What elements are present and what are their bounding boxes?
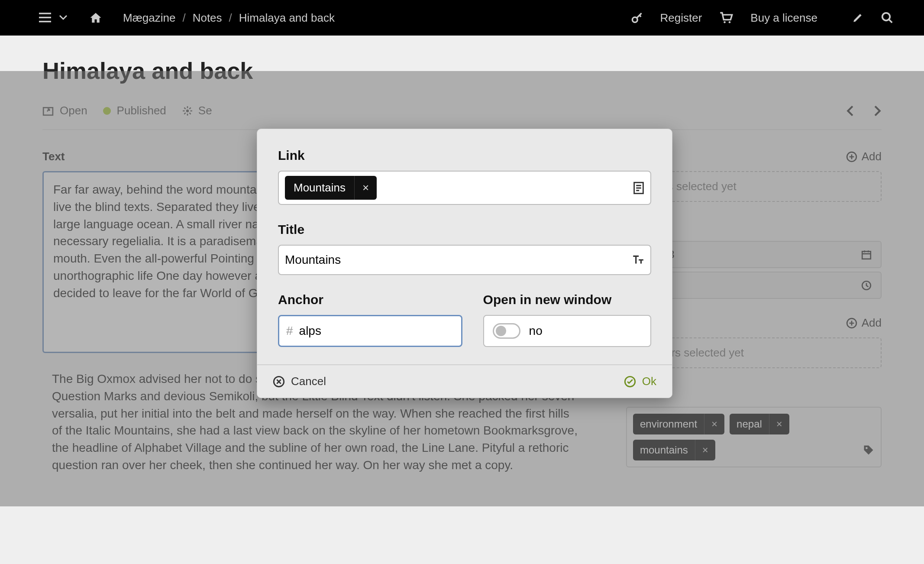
- ok-button[interactable]: Ok: [624, 375, 656, 388]
- search-icon[interactable]: [881, 11, 894, 24]
- anchor-label: Anchor: [278, 292, 462, 307]
- link-dialog: Link Mountains × Title An: [257, 129, 672, 398]
- chevron-down-icon[interactable]: [59, 15, 68, 21]
- svg-rect-0: [39, 13, 51, 14]
- svg-rect-2: [39, 21, 51, 23]
- anchor-field[interactable]: #: [278, 315, 462, 347]
- cart-icon[interactable]: [719, 12, 733, 24]
- link-label: Link: [278, 148, 651, 163]
- svg-rect-1: [39, 17, 51, 19]
- breadcrumb-item[interactable]: Himalaya and back: [239, 11, 335, 25]
- home-icon[interactable]: [89, 12, 102, 24]
- svg-point-5: [729, 21, 731, 23]
- title-label: Title: [278, 222, 651, 237]
- link-chip-remove-icon[interactable]: ×: [354, 176, 377, 200]
- newwin-field[interactable]: no: [483, 315, 651, 347]
- breadcrumb-sep: /: [229, 11, 232, 25]
- edit-icon[interactable]: [852, 12, 863, 23]
- topbar: Mægazine / Notes / Himalaya and back Reg…: [0, 0, 924, 36]
- newwin-label: Open in new window: [483, 292, 651, 307]
- register-link[interactable]: Register: [660, 11, 702, 25]
- page-icon[interactable]: [633, 182, 644, 194]
- key-icon[interactable]: [631, 12, 643, 24]
- breadcrumb-item[interactable]: Mægazine: [123, 11, 175, 25]
- title-field[interactable]: [278, 245, 651, 275]
- toggle-switch[interactable]: [493, 323, 520, 339]
- link-field[interactable]: Mountains ×: [278, 171, 651, 205]
- toggle-value: no: [529, 324, 543, 338]
- anchor-input[interactable]: [299, 324, 454, 338]
- breadcrumb-sep: /: [182, 11, 185, 25]
- svg-point-6: [882, 13, 890, 21]
- buy-license-link[interactable]: Buy a license: [750, 11, 817, 25]
- title-input[interactable]: [285, 253, 631, 267]
- cancel-button[interactable]: Cancel: [273, 375, 326, 388]
- hash-prefix: #: [286, 324, 293, 338]
- breadcrumb: Mægazine / Notes / Himalaya and back: [123, 11, 335, 25]
- link-chip: Mountains ×: [285, 176, 377, 200]
- breadcrumb-item[interactable]: Notes: [193, 11, 222, 25]
- menu-icon[interactable]: [39, 13, 51, 23]
- text-type-icon: [631, 254, 644, 266]
- svg-point-4: [724, 21, 726, 23]
